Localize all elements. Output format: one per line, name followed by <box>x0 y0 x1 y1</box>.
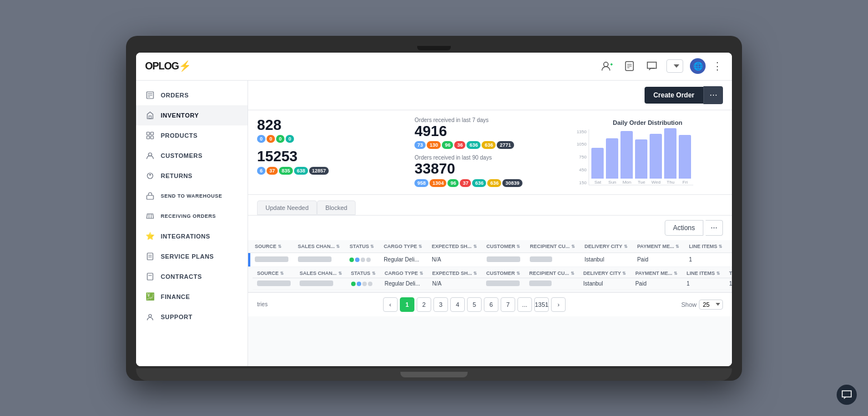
chart-area: 1350 1050 750 450 150 Sat <box>577 129 718 185</box>
th-inner-lineitems[interactable]: LINE ITEMS ⇅ <box>682 269 725 278</box>
last7-total-label: Orders received in last 7 days <box>414 117 565 123</box>
td-city-2: Istanbul <box>579 278 631 289</box>
sidebar-item-customers[interactable]: CUSTOMERS <box>136 146 248 166</box>
sidebar-item-customers-label: CUSTOMERS <box>161 152 203 159</box>
svg-point-27 <box>149 314 152 317</box>
sidebar-item-inventory[interactable]: INVENTORY <box>136 105 248 125</box>
page-btn-5[interactable]: 5 <box>467 297 482 312</box>
th-payment[interactable]: PAYMENT ME... ⇅ <box>633 240 685 253</box>
bar-mon: Mon <box>620 131 633 185</box>
td-expected-2: N/A <box>428 278 482 289</box>
dot-gray-1b <box>366 258 371 262</box>
th-source[interactable]: SOURCE ⇅ <box>250 240 293 253</box>
sidebar-item-service-plans-label: SERVICE PLANS <box>161 253 214 260</box>
contracts-icon <box>145 272 155 282</box>
th-inner-expected[interactable]: EXPECTED SH... ⇅ <box>428 269 482 278</box>
th-inner-customer[interactable]: CUSTOMER ⇅ <box>482 269 525 278</box>
bar-thu: Thu <box>664 128 676 185</box>
sidebar-item-finance[interactable]: 💹 FINANCE <box>136 287 248 307</box>
laptop-base <box>136 368 732 381</box>
bar-mon-rect <box>620 131 633 179</box>
th-customer[interactable]: CUSTOMER ⇅ <box>482 240 526 253</box>
day-fri: Fri <box>683 180 688 185</box>
sidebar-item-receiving[interactable]: RECEIVING ORDERS <box>136 206 248 226</box>
page-btn-3[interactable]: 3 <box>433 297 448 312</box>
tab-update-needed[interactable]: Update Needed <box>257 200 317 215</box>
sidebar-item-send-warehouse[interactable]: SEND TO WAREHOUSE <box>136 186 248 206</box>
sidebar-item-inventory-label: INVENTORY <box>161 112 199 119</box>
chat-bubble-button[interactable] <box>837 385 857 405</box>
th-total-prod[interactable]: TOTAL PROD... ⇅ <box>727 240 732 253</box>
inner-header-row: SOURCE ⇅ SALES CHAN... ⇅ STATUS ⇅ CARGO … <box>253 269 732 278</box>
svg-rect-22 <box>147 253 153 260</box>
page-btn-6[interactable]: 6 <box>484 297 498 312</box>
th-expected-sh[interactable]: EXPECTED SH... ⇅ <box>427 240 482 253</box>
th-inner-city[interactable]: DELIVERY CITY ⇅ <box>579 269 631 278</box>
stat-last90: 15253 6 37 835 638 12857 <box>257 148 408 175</box>
sidebar-item-service-plans[interactable]: SERVICE PLANS <box>136 246 248 267</box>
globe-icon[interactable]: 🌐 <box>690 58 706 74</box>
more-menu-button[interactable]: ⋮ <box>712 60 723 72</box>
th-sales-chan[interactable]: SALES CHAN... ⇅ <box>293 240 346 253</box>
th-recipient[interactable]: RECIPIENT CU... ⇅ <box>525 240 580 253</box>
page-btn-4[interactable]: 4 <box>450 297 465 312</box>
td-payment-2: Paid <box>631 278 682 289</box>
recipient-blurred-2 <box>529 281 552 286</box>
th-cargo-type[interactable]: CARGO TYPE ⇅ <box>379 240 427 253</box>
th-delivery-city[interactable]: DELIVERY CITY ⇅ <box>580 240 633 253</box>
inner-table: SOURCE ⇅ SALES CHAN... ⇅ STATUS ⇅ CARGO … <box>253 269 732 290</box>
page-btn-2[interactable]: 2 <box>417 297 431 312</box>
receiving-icon <box>145 211 155 221</box>
prev-page-button[interactable]: ‹ <box>383 297 398 312</box>
page-btn-1[interactable]: 1 <box>400 297 414 312</box>
actions-button[interactable]: Actions <box>665 220 703 236</box>
th-inner-source[interactable]: SOURCE ⇅ <box>253 269 295 278</box>
chat-icon[interactable] <box>644 58 660 74</box>
th-inner-totalprod[interactable]: TOTAL PROD... ⇅ <box>725 269 732 278</box>
sidebar-item-support[interactable]: SUPPORT <box>136 307 248 327</box>
returns-icon <box>145 171 155 181</box>
td-sales-2 <box>295 278 347 289</box>
chart-y-labels: 1350 1050 750 450 150 <box>577 129 587 185</box>
sidebar-item-integrations[interactable]: ⭐ INTEGRATIONS <box>136 226 248 246</box>
content-area: Create Order ⋯ 828 0 0 0 <box>248 81 732 366</box>
page-btn-1351[interactable]: 1351 <box>534 297 549 312</box>
stat-last7-total-value: 4916 <box>414 123 565 139</box>
th-inner-cargo[interactable]: CARGO TYPE ⇅ <box>380 269 428 278</box>
stats-middle: Orders received in last 7 days 4916 73 1… <box>414 117 565 188</box>
th-status[interactable]: STATUS ⇅ <box>345 240 379 253</box>
sidebar-item-products[interactable]: PRODUCTS <box>136 125 248 146</box>
document-icon[interactable] <box>622 58 637 74</box>
pill-0c: 0 <box>276 135 284 143</box>
logo-slash: ⚡ <box>179 60 190 72</box>
day-mon: Mon <box>623 180 632 185</box>
svg-rect-19 <box>147 195 153 199</box>
show-select[interactable]: 25 50 100 <box>699 300 723 310</box>
sidebar-item-returns[interactable]: RETURNS <box>136 166 248 186</box>
create-order-button[interactable]: Create Order <box>645 87 703 104</box>
sidebar-item-orders-label: ORDERS <box>161 92 189 99</box>
page-btn-7[interactable]: 7 <box>501 297 515 312</box>
create-order-more-button[interactable]: ⋯ <box>703 86 723 104</box>
y-label-1050: 1050 <box>577 142 587 147</box>
th-line-items[interactable]: LINE ITEMS ⇅ <box>684 240 727 253</box>
sidebar-item-integrations-label: INTEGRATIONS <box>161 233 210 240</box>
th-inner-recipient[interactable]: RECIPIENT CU... ⇅ <box>525 269 579 278</box>
pagination-info: tries <box>257 301 268 307</box>
sidebar-item-orders[interactable]: ORDERS <box>136 85 248 105</box>
add-user-icon[interactable] <box>599 58 615 74</box>
th-inner-sales[interactable]: SALES CHAN... ⇅ <box>295 269 347 278</box>
day-sun: Sun <box>608 180 616 185</box>
language-select[interactable] <box>666 59 683 73</box>
actions-more-button[interactable]: ⋯ <box>706 220 723 236</box>
th-inner-payment[interactable]: PAYMENT ME... ⇅ <box>631 269 682 278</box>
bar-wed: Wed <box>650 134 662 185</box>
page-btn-ellipsis[interactable]: ... <box>517 297 532 312</box>
sidebar-item-contracts[interactable]: CONTRACTS <box>136 267 248 287</box>
table-toolbar: Actions ⋯ <box>248 216 732 240</box>
pill-0: 0 <box>257 135 265 143</box>
tab-blocked[interactable]: Blocked <box>317 200 356 215</box>
svg-rect-13 <box>151 132 153 135</box>
th-inner-status[interactable]: STATUS ⇅ <box>347 269 380 278</box>
next-page-button[interactable]: › <box>551 297 566 312</box>
